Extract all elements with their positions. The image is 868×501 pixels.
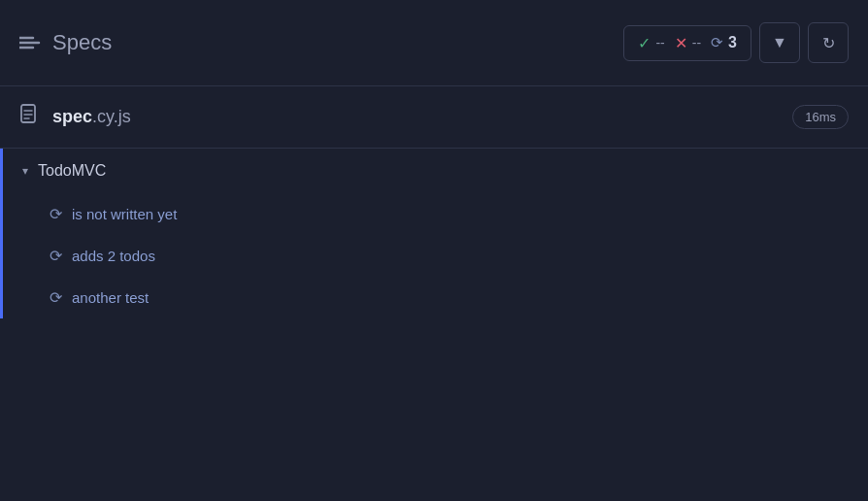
list-item[interactable]: ⟳ is not written yet [3,193,868,235]
spec-filename: spec.cy.js [52,107,131,127]
refresh-button[interactable]: ↻ [808,22,849,63]
test-group: ▾ TodoMVC ⟳ is not written yet ⟳ adds 2 … [0,149,868,318]
refresh-icon: ↻ [822,34,835,52]
fail-value: -- [692,35,701,50]
test-label: is not written yet [72,206,177,222]
arrow-right-icon [19,34,41,51]
group-header[interactable]: ▾ TodoMVC [3,149,868,193]
svg-rect-3 [21,105,35,122]
pass-stat: ✓ -- [638,34,664,52]
spec-duration: 16ms [792,105,849,129]
spinner-icon: ⟳ [50,247,62,265]
header: Specs ✓ -- ✕ -- ⟳ 3 ▼ ↻ [0,0,868,85]
header-controls: ✓ -- ✕ -- ⟳ 3 ▼ ↻ [623,22,849,63]
list-item[interactable]: ⟳ another test [3,277,868,318]
spinner-icon: ⟳ [50,288,62,307]
running-stat: ⟳ 3 [711,34,737,51]
dropdown-button[interactable]: ▼ [759,22,800,63]
header-left: Specs [19,30,112,55]
check-icon: ✓ [638,34,651,52]
test-label: another test [72,289,149,306]
spec-file-left: spec.cy.js [19,104,131,130]
spec-filename-rest: .cy.js [92,107,131,126]
spec-file-icon [19,104,41,130]
pass-value: -- [655,35,664,50]
test-label: adds 2 todos [72,248,155,264]
fail-stat: ✕ -- [675,34,701,52]
page-title: Specs [52,30,112,55]
spinner-icon: ⟳ [50,205,62,223]
spec-file-row: spec.cy.js 16ms [0,86,868,149]
running-count: 3 [728,34,737,51]
chevron-icon: ▾ [22,164,28,178]
list-item[interactable]: ⟳ adds 2 todos [3,235,868,277]
x-icon: ✕ [675,34,687,52]
spin-icon: ⟳ [711,34,723,51]
chevron-down-icon: ▼ [772,34,787,51]
spec-filename-bold: spec [52,107,92,126]
group-title: TodoMVC [38,162,106,180]
stats-badge: ✓ -- ✕ -- ⟳ 3 [623,25,751,61]
